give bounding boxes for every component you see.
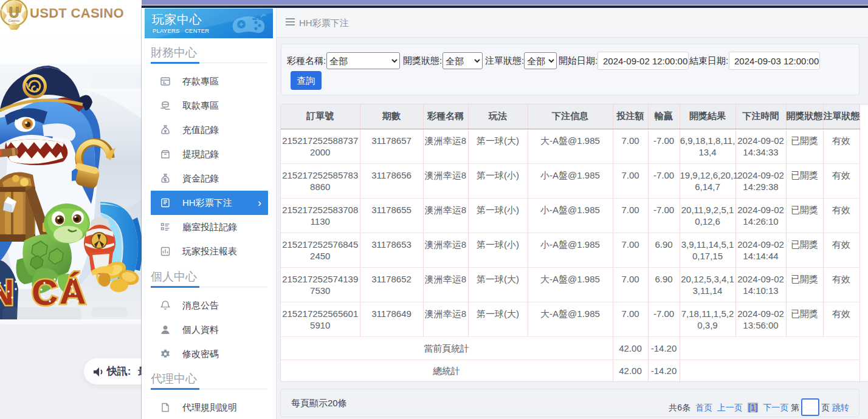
svg-text:N: N [0, 272, 14, 313]
svg-text:Casino: Casino [9, 19, 20, 22]
svg-text:C: C [32, 272, 58, 313]
svg-text:USDT CASINO: USDT CASINO [30, 5, 124, 21]
svg-text:Á: Á [60, 271, 86, 312]
